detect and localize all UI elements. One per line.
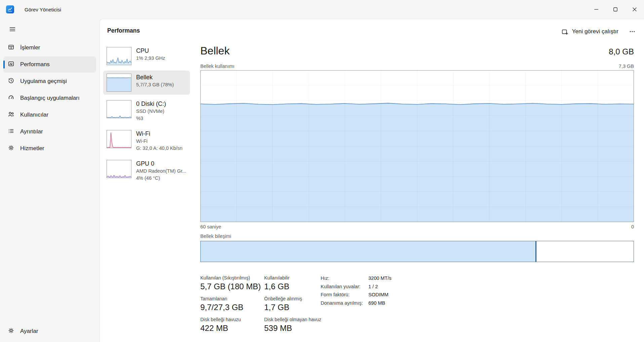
metric-card-disk[interactable]: 0 Diski (C:) SSD (NVMe) %3 [103,97,190,125]
ellipsis-icon [629,28,636,35]
maximize-button[interactable] [606,0,625,19]
stat-label: Tamamlanan [200,296,258,301]
stat-value: 1,6 GB [264,282,321,291]
details-list-icon [8,128,14,136]
gauge-icon [8,94,14,102]
sidebar-nav: İşlemler Performans Uygulama geçmişi Baş… [0,39,99,157]
stat-small-value: 690 MB [368,300,392,306]
stat-label: Kullanılan (Sıkıştırılmış) [200,275,258,281]
stat-value: 9,7/27,3 GB [200,303,258,312]
metric-card-gpu[interactable]: GPU 0 AMD Radeon(TM) Gr... 4% (46 °C) [103,157,190,184]
sidebar-item-label: Başlangıç uygulamaları [20,95,80,101]
close-button[interactable] [625,0,644,19]
stat-small-label: Kullanılan yuvalar: [321,284,368,290]
cpu-mini-chart [107,47,131,65]
metric-subtitle: AMD Radeon(TM) Gr... [136,168,186,174]
metric-subtitle: G: 32,0 A: 40,0 Kb/sn [136,145,183,152]
memory-stats-small: Hız: 3200 MT/s Kullanılan yuvalar: 1 / 2… [321,275,392,306]
stat-value: 5,7 GB (180 MB) [200,282,258,291]
settings-gear-icon [8,327,14,336]
chart-axis-right: 0 [631,224,634,229]
metric-card-cpu[interactable]: CPU 1% 2,93 GHz [103,44,190,68]
hamburger-icon [9,26,16,33]
users-icon [8,111,14,119]
run-new-task-icon [561,28,568,35]
sidebar-item-details[interactable]: Ayrıntılar [3,124,96,140]
stat-small-label: Hız: [321,275,368,282]
run-new-task-label: Yeni görevi çalıştır [572,28,618,35]
stat-value: 1,7 GB [264,303,321,312]
memory-composition-divider [535,241,536,262]
performance-icon [8,60,14,69]
metric-subtitle: 5,7/7,3 GB (78%) [136,82,174,88]
wifi-mini-chart [107,130,131,148]
window-controls [587,0,644,19]
sidebar-item-processes[interactable]: İşlemler [3,40,96,56]
sidebar-item-startup-apps[interactable]: Başlangıç uygulamaları [3,90,96,106]
sidebar: İşlemler Performans Uygulama geçmişi Baş… [0,19,99,342]
metric-card-wifi[interactable]: Wi-Fi Wi-Fi G: 32,0 A: 40,0 Kb/sn [103,127,190,155]
chart-axis-left: 60 saniye [200,224,221,229]
memory-composition-bar [200,241,634,262]
memory-mini-chart [107,74,131,92]
metric-subtitle: Wi-Fi [136,138,183,144]
sidebar-item-label: İşlemler [20,44,40,51]
metric-subtitle: 4% (46 °C) [136,175,186,181]
sidebar-item-users[interactable]: Kullanıcılar [3,107,96,123]
stat-label: Disk belleği olmayan havuz [264,317,321,322]
navigation-menu-button[interactable] [5,23,19,36]
stat-value: 539 MB [264,324,321,333]
metric-title: GPU 0 [136,160,186,167]
performance-metric-list: CPU 1% 2,93 GHz Bellek 5,7/7,3 GB (78%) … [103,44,190,184]
minimize-button[interactable] [587,0,606,19]
metric-title: Wi-Fi [136,130,183,137]
metric-subtitle: %3 [136,115,166,122]
stat-small-value: 1 / 2 [368,284,392,290]
memory-composition-inuse [201,241,535,262]
processes-icon [8,44,14,52]
metric-title: Bellek [136,74,174,81]
stat-small-label: Donanıma ayrılmış: [321,300,368,306]
maximize-icon [613,7,618,12]
sidebar-item-settings[interactable]: Ayarlar [3,323,96,339]
sidebar-item-label: Performans [20,61,50,68]
sidebar-item-label: Hizmetler [20,145,44,152]
memory-total-value: 8,0 GB [609,47,634,56]
gpu-mini-chart [107,160,131,178]
sidebar-item-label: Kullanıcılar [20,112,48,118]
metric-title: CPU [136,47,165,54]
memory-usage-chart [200,70,634,222]
run-new-task-button[interactable]: Yeni görevi çalıştır [557,25,622,38]
memory-detail-panel: Bellek 8,0 GB Bellek kullanımı 7,3 GB 60… [200,44,634,342]
metric-title: 0 Diski (C:) [136,100,166,108]
stat-label: Kullanılabilir [264,275,321,281]
sidebar-item-services[interactable]: Hizmetler [3,140,96,157]
history-clock-icon [8,77,14,86]
metric-subtitle: SSD (NVMe) [136,108,166,115]
detail-title: Bellek [200,45,230,57]
more-options-button[interactable] [625,26,639,37]
stat-small-value: SODIMM [368,292,392,298]
stat-value: 422 MB [200,324,258,333]
titlebar[interactable]: Görev Yöneticisi [0,0,644,19]
sidebar-item-label: Uygulama geçmişi [20,78,67,85]
composition-label: Bellek bileşimi [200,233,231,239]
metric-card-memory[interactable]: Bellek 5,7/7,3 GB (78%) [103,71,190,95]
memory-stats: Kullanılan (Sıkıştırılmış) 5,7 GB (180 M… [200,275,634,338]
window-title: Görev Yöneticisi [25,7,61,12]
usage-chart-max: 7,3 GB [619,63,634,69]
usage-chart-label: Bellek kullanımı [200,63,235,69]
content-panel: Performans Yeni görevi çalıştır CPU 1% 2… [99,19,644,342]
stat-label: Önbelleğe alınmış [264,296,321,301]
memory-stats-large: Kullanılan (Sıkıştırılmış) 5,7 GB (180 M… [200,275,634,338]
disk-mini-chart [107,100,131,118]
sidebar-item-app-history[interactable]: Uygulama geçmişi [3,73,96,89]
metric-subtitle: 1% 2,93 GHz [136,55,165,61]
sidebar-item-performance[interactable]: Performans [3,56,96,73]
stat-label: Disk belleği havuzu [200,317,258,322]
close-icon [632,7,637,12]
stat-small-label: Form faktörü: [321,292,368,298]
minimize-icon [594,7,599,12]
page-title: Performans [107,27,140,34]
stat-small-value: 3200 MT/s [368,275,392,282]
